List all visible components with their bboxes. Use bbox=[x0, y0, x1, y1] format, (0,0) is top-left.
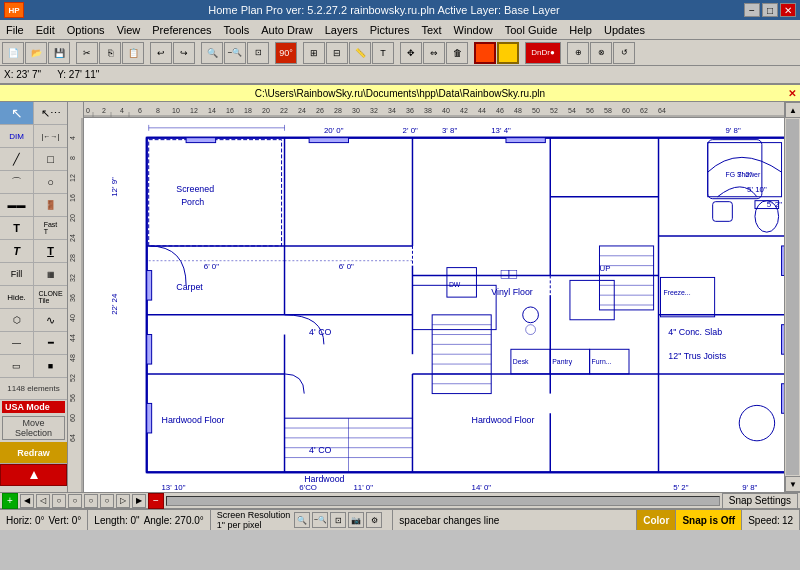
menu-help[interactable]: Help bbox=[563, 20, 598, 39]
open-button[interactable]: 📂 bbox=[25, 42, 47, 64]
menu-updates[interactable]: Updates bbox=[598, 20, 651, 39]
scroll-left-button[interactable]: ◀ bbox=[20, 494, 34, 508]
undo-button[interactable]: ↩ bbox=[150, 42, 172, 64]
menu-autodraw[interactable]: Auto Draw bbox=[255, 20, 318, 39]
save-button[interactable]: 💾 bbox=[48, 42, 70, 64]
canvas-area[interactable]: // This will be drawn statically 0 2 4 6… bbox=[68, 102, 800, 492]
dim-tool[interactable]: DIM bbox=[0, 125, 34, 147]
zoom-in-icon[interactable]: 🔍 bbox=[294, 512, 310, 528]
scroll-down-button[interactable]: ▼ bbox=[785, 476, 800, 492]
res-icon3[interactable]: ⊡ bbox=[330, 512, 346, 528]
measure-button[interactable]: 📏 bbox=[349, 42, 371, 64]
text-button[interactable]: T bbox=[372, 42, 394, 64]
fast-text-tool[interactable]: FastT bbox=[34, 217, 67, 239]
svg-text:Freeze...: Freeze... bbox=[663, 289, 690, 296]
scroll-btn6[interactable]: ○ bbox=[100, 494, 114, 508]
select-tool[interactable]: ↖ bbox=[0, 102, 34, 124]
scroll-right-button[interactable]: ▶ bbox=[132, 494, 146, 508]
mirror-button[interactable]: ⇔ bbox=[423, 42, 445, 64]
svg-text:10: 10 bbox=[172, 107, 180, 114]
zoom-fit-button[interactable]: ⊡ bbox=[247, 42, 269, 64]
move-arrow-button[interactable] bbox=[0, 464, 67, 486]
scroll-btn7[interactable]: ▷ bbox=[116, 494, 130, 508]
maximize-button[interactable]: □ bbox=[762, 3, 778, 17]
floor-plan[interactable]: DW FG Shower Freeze... bbox=[84, 118, 800, 492]
snap-toggle[interactable]: ⊞ bbox=[303, 42, 325, 64]
menu-pictures[interactable]: Pictures bbox=[364, 20, 416, 39]
scroll-btn4[interactable]: ○ bbox=[68, 494, 82, 508]
scroll-track-h[interactable] bbox=[166, 496, 720, 506]
paste-button[interactable]: 📋 bbox=[122, 42, 144, 64]
res-icon4[interactable]: 📷 bbox=[348, 512, 364, 528]
dim-tool2[interactable]: |←→| bbox=[34, 125, 67, 147]
italic-text-tool[interactable]: T bbox=[0, 240, 34, 262]
move-selection-button[interactable]: Move Selection bbox=[2, 416, 65, 440]
curve-tool[interactable]: ∿ bbox=[34, 309, 67, 331]
ruler-top: // This will be drawn statically 0 2 4 6… bbox=[84, 102, 800, 118]
door-tool[interactable]: 🚪 bbox=[34, 194, 67, 216]
outline-rect[interactable]: ▭ bbox=[0, 355, 34, 377]
clone-tool[interactable]: CLONETile bbox=[34, 286, 67, 308]
menu-window[interactable]: Window bbox=[448, 20, 499, 39]
minimize-button[interactable]: − bbox=[744, 3, 760, 17]
zoom-out-button[interactable]: −🔍 bbox=[224, 42, 246, 64]
zoom-in-button[interactable]: 🔍 bbox=[201, 42, 223, 64]
menu-options[interactable]: Options bbox=[61, 20, 111, 39]
snap-settings-button[interactable]: Snap Settings bbox=[722, 493, 798, 509]
rect-tool[interactable]: □ bbox=[34, 148, 67, 170]
dndro-button[interactable]: DnDr● bbox=[525, 42, 561, 64]
new-button[interactable]: 📄 bbox=[2, 42, 24, 64]
line-tool[interactable]: ╱ bbox=[0, 148, 34, 170]
menu-view[interactable]: View bbox=[111, 20, 147, 39]
move-button[interactable]: ✥ bbox=[400, 42, 422, 64]
menu-layers[interactable]: Layers bbox=[319, 20, 364, 39]
fill-tool[interactable]: Fill bbox=[0, 263, 34, 285]
pattern-tool[interactable]: ▦ bbox=[34, 263, 67, 285]
usa-mode-button[interactable]: USA Mode bbox=[2, 401, 65, 413]
scroll-up-button[interactable]: ▲ bbox=[785, 102, 800, 118]
scroll-btn2[interactable]: ◁ bbox=[36, 494, 50, 508]
menu-file[interactable]: File bbox=[0, 20, 30, 39]
text-tool[interactable]: T bbox=[0, 217, 34, 239]
right-scrollbar[interactable]: ▲ ▼ bbox=[784, 102, 800, 492]
select-tool2[interactable]: ↖⋯ bbox=[34, 102, 67, 124]
redo-button[interactable]: ↪ bbox=[173, 42, 195, 64]
copy-button[interactable]: ⎘ bbox=[99, 42, 121, 64]
menu-preferences[interactable]: Preferences bbox=[146, 20, 217, 39]
redraw-button[interactable]: Redraw bbox=[0, 442, 67, 464]
hide-tool[interactable]: Hide. bbox=[0, 286, 34, 308]
res-icon5[interactable]: ⚙ bbox=[366, 512, 382, 528]
scroll-track-v[interactable] bbox=[786, 119, 799, 475]
color1-button[interactable] bbox=[474, 42, 496, 64]
extra2[interactable]: ⊗ bbox=[590, 42, 612, 64]
svg-text:54: 54 bbox=[568, 107, 576, 114]
rotate-button[interactable]: 90° bbox=[275, 42, 297, 64]
extra1[interactable]: ⊕ bbox=[567, 42, 589, 64]
thin-line[interactable]: — bbox=[0, 332, 34, 354]
poly-tool[interactable]: ⬡ bbox=[0, 309, 34, 331]
thick-line[interactable]: ━ bbox=[34, 332, 67, 354]
close-button[interactable]: ✕ bbox=[780, 3, 796, 17]
scroll-remove-button[interactable]: − bbox=[148, 493, 164, 509]
pathbar-close[interactable]: ✕ bbox=[788, 88, 796, 99]
scroll-btn5[interactable]: ○ bbox=[84, 494, 98, 508]
zoom-out-icon[interactable]: −🔍 bbox=[312, 512, 328, 528]
bold-text-tool[interactable]: T bbox=[34, 240, 67, 262]
arc-tool[interactable]: ⌒ bbox=[0, 171, 34, 193]
scroll-btn3[interactable]: ○ bbox=[52, 494, 66, 508]
wall-tool[interactable]: ▬▬ bbox=[0, 194, 34, 216]
extra3[interactable]: ↺ bbox=[613, 42, 635, 64]
filled-rect[interactable]: ■ bbox=[34, 355, 67, 377]
delete-button[interactable]: 🗑 bbox=[446, 42, 468, 64]
color2-button[interactable] bbox=[497, 42, 519, 64]
grid-button[interactable]: ⊟ bbox=[326, 42, 348, 64]
color-label[interactable]: Color bbox=[637, 510, 676, 530]
menu-text[interactable]: Text bbox=[415, 20, 447, 39]
menu-edit[interactable]: Edit bbox=[30, 20, 61, 39]
scroll-add-button[interactable]: + bbox=[2, 493, 18, 509]
svg-text:16: 16 bbox=[226, 107, 234, 114]
cut-button[interactable]: ✂ bbox=[76, 42, 98, 64]
menu-tools[interactable]: Tools bbox=[218, 20, 256, 39]
menu-toolguide[interactable]: Tool Guide bbox=[499, 20, 564, 39]
circle-tool[interactable]: ○ bbox=[34, 171, 67, 193]
